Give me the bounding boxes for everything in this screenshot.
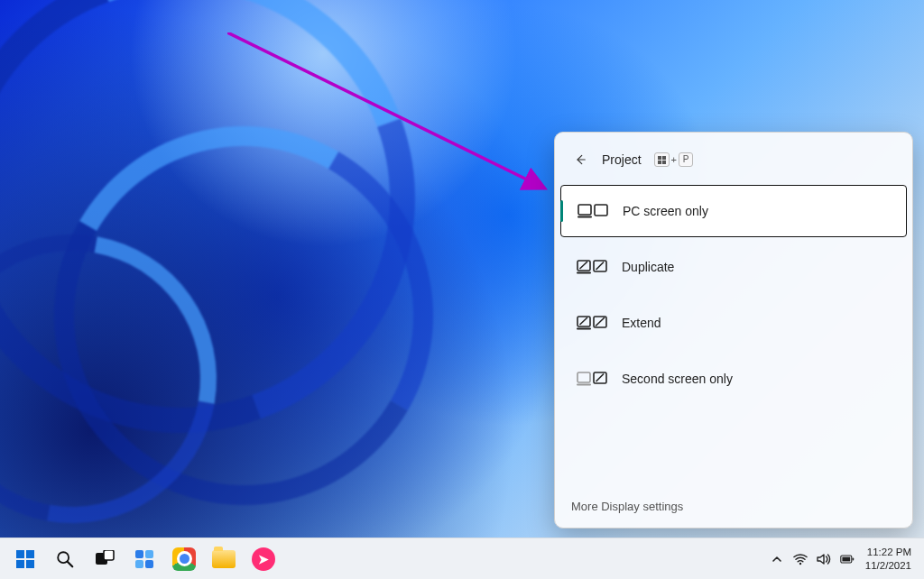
win-key-icon	[654, 152, 670, 167]
svg-point-29	[799, 562, 801, 564]
option-label: PC screen only	[623, 204, 708, 218]
second-screen-only-icon	[577, 370, 607, 388]
option-duplicate[interactable]: Duplicate	[560, 241, 907, 293]
flyout-header: Project + P	[555, 138, 912, 185]
svg-rect-27	[135, 560, 143, 568]
svg-rect-32	[842, 556, 850, 561]
svg-rect-20	[26, 560, 34, 568]
clock-date: 11/2/2021	[865, 559, 911, 572]
shortcut-plus: +	[671, 154, 677, 165]
widgets-icon	[134, 548, 155, 570]
volume-icon[interactable]	[817, 552, 831, 566]
pc-screen-only-icon	[578, 202, 608, 220]
back-button[interactable]	[568, 147, 593, 172]
svg-rect-26	[145, 550, 153, 558]
clock-time: 11:22 PM	[865, 546, 911, 558]
svg-rect-6	[578, 216, 592, 218]
taskbar-clock[interactable]: 11:22 PM 11/2/2021	[862, 546, 915, 572]
extend-icon	[577, 314, 607, 332]
windows-logo-icon	[15, 549, 35, 569]
svg-rect-14	[578, 372, 590, 382]
svg-line-22	[68, 561, 73, 566]
flyout-title: Project	[602, 152, 642, 167]
svg-rect-3	[658, 160, 661, 163]
svg-rect-31	[852, 557, 854, 560]
option-second-screen-only[interactable]: Second screen only	[560, 353, 907, 405]
svg-rect-17	[16, 550, 24, 558]
task-view-button[interactable]	[87, 541, 123, 577]
start-button[interactable]	[7, 541, 43, 577]
svg-rect-4	[662, 160, 666, 163]
svg-rect-28	[145, 560, 153, 568]
folder-icon	[212, 547, 236, 571]
option-extend[interactable]: Extend	[560, 297, 907, 349]
svg-rect-19	[16, 560, 24, 568]
task-view-icon	[95, 550, 115, 568]
shortcut-hint: + P	[654, 152, 693, 167]
system-tray[interactable]	[770, 552, 855, 566]
widgets-button[interactable]	[126, 541, 162, 577]
taskbar-right: 11:22 PM 11/2/2021	[770, 546, 915, 572]
pinned-app-button[interactable]: ➤	[245, 541, 282, 577]
option-label: Second screen only	[622, 372, 733, 386]
search-icon	[55, 549, 75, 569]
option-label: Extend	[622, 316, 661, 330]
svg-rect-7	[595, 205, 607, 216]
pinned-app-icon: ➤	[252, 547, 275, 571]
svg-rect-5	[578, 205, 591, 215]
shortcut-p-key: P	[679, 152, 693, 167]
svg-rect-9	[577, 272, 591, 274]
taskbar-left: ➤	[7, 541, 282, 577]
chrome-button[interactable]	[166, 541, 202, 577]
arrow-left-icon	[574, 153, 587, 166]
project-flyout: Project + P PC screen only	[554, 132, 913, 528]
file-explorer-button[interactable]	[206, 541, 242, 577]
svg-rect-18	[26, 550, 34, 558]
taskbar: ➤ 11:22 PM 11/2/2021	[0, 538, 924, 579]
svg-rect-1	[658, 156, 661, 160]
option-label: Duplicate	[622, 260, 674, 274]
svg-rect-24	[104, 550, 114, 560]
wifi-icon[interactable]	[793, 552, 808, 566]
option-pc-screen-only[interactable]: PC screen only	[560, 185, 907, 237]
more-display-settings-link[interactable]: More Display settings	[555, 486, 912, 528]
battery-icon[interactable]	[840, 552, 855, 566]
svg-rect-25	[135, 550, 143, 558]
project-options: PC screen only Duplicate	[555, 185, 912, 486]
svg-rect-15	[577, 384, 591, 386]
chrome-icon	[172, 547, 196, 571]
svg-rect-12	[577, 328, 591, 330]
duplicate-icon	[577, 258, 607, 276]
tray-overflow-icon[interactable]	[770, 552, 784, 566]
search-button[interactable]	[47, 541, 83, 577]
svg-rect-2	[662, 156, 666, 160]
